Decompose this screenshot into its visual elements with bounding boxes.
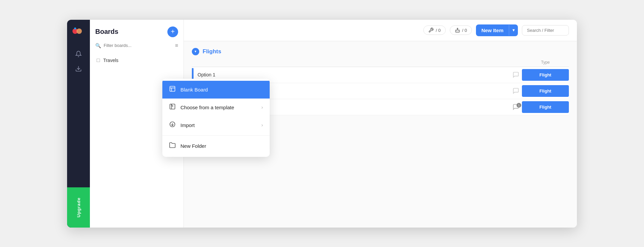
filter-boards-input[interactable]	[104, 43, 172, 48]
new-item-chevron-icon[interactable]: ▾	[509, 25, 518, 36]
upgrade-label: Upgrade	[76, 197, 81, 218]
dropdown-item-import[interactable]: Import ›	[162, 116, 270, 134]
row-name: Option 1	[198, 72, 510, 77]
search-icon: 🔍	[95, 43, 101, 48]
import-icon	[169, 121, 176, 129]
sidebar-notifications-icon[interactable]	[72, 48, 85, 60]
comment-icon[interactable]	[510, 71, 522, 78]
dropdown-menu: Blank Board Choose from a template ›	[162, 79, 270, 157]
svg-rect-10	[455, 30, 460, 32]
group-chevron-icon[interactable]: ▾	[192, 48, 199, 55]
column-header-row: Type	[192, 58, 569, 67]
board-item-label: Travels	[103, 58, 118, 63]
svg-point-8	[171, 105, 172, 105]
import-label: Import	[180, 122, 257, 128]
app-window: Upgrade Boards + 🔍 ≡ □ Travels	[67, 20, 577, 228]
main-toolbar: / 0 / 0 New Item ▾	[184, 20, 577, 41]
template-icon	[169, 103, 176, 112]
dropdown-item-new-folder[interactable]: New Folder	[162, 137, 270, 155]
filter-icon[interactable]: ≡	[175, 43, 178, 49]
robot-badge-count: / 0	[462, 28, 467, 33]
left-panel-header: Boards +	[90, 26, 183, 43]
svg-rect-4	[170, 86, 175, 91]
row-type-badge[interactable]: Flight	[522, 101, 569, 113]
dropdown-divider	[162, 135, 270, 136]
wrench-badge-count: / 0	[436, 28, 440, 33]
template-chevron-icon: ›	[261, 105, 263, 110]
dropdown-item-blank-board[interactable]: Blank Board	[162, 81, 270, 99]
template-label: Choose from a template	[180, 105, 257, 110]
comment-count-badge: 1	[517, 103, 521, 108]
blank-board-label: Blank Board	[180, 87, 263, 92]
svg-point-1	[76, 28, 82, 34]
comment-icon[interactable]: 1	[510, 104, 522, 110]
svg-point-2	[74, 27, 76, 29]
import-chevron-icon: ›	[261, 122, 263, 128]
group-header: ▾ Flights	[192, 48, 569, 55]
upgrade-button[interactable]: Upgrade	[67, 187, 90, 228]
app-logo	[72, 25, 85, 39]
sidebar-download-icon[interactable]	[72, 63, 85, 75]
robot-badge[interactable]: / 0	[450, 25, 472, 35]
new-folder-label: New Folder	[180, 143, 263, 149]
dropdown-item-template[interactable]: Choose from a template ›	[162, 99, 270, 116]
col-type-header: Type	[522, 60, 569, 65]
comment-icon[interactable]	[510, 87, 522, 94]
sidebar: Upgrade	[67, 20, 90, 228]
wrench-badge[interactable]: / 0	[423, 25, 445, 35]
group-title: Flights	[203, 48, 221, 55]
new-item-button[interactable]: New Item ▾	[476, 24, 518, 36]
board-icon	[169, 85, 176, 94]
svg-rect-7	[170, 104, 175, 109]
new-folder-icon	[169, 142, 176, 150]
new-item-label: New Item	[476, 24, 509, 36]
row-type-badge[interactable]: Flight	[522, 69, 569, 81]
filter-row: 🔍 ≡	[90, 43, 183, 54]
left-panel: Boards + 🔍 ≡ □ Travels	[90, 20, 184, 228]
svg-point-11	[457, 28, 458, 29]
folder-icon: □	[97, 57, 100, 63]
boards-title: Boards	[95, 28, 118, 36]
row-type-badge[interactable]: Flight	[522, 85, 569, 97]
board-item-travels[interactable]: □ Travels	[90, 54, 183, 67]
add-board-button[interactable]: +	[167, 26, 178, 37]
search-filter-input[interactable]	[522, 25, 569, 36]
